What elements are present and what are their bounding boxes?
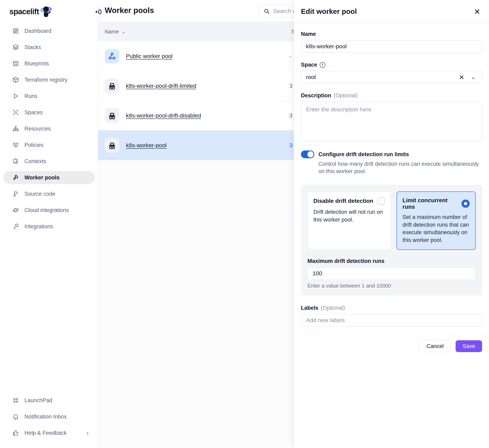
search-icon [264,8,270,14]
sidebar-item-help-feedback[interactable]: Help & Feedback › [3,426,95,440]
info-icon[interactable]: i [320,62,325,68]
drift-option-cards: Disable drift detection Drift detection … [308,192,476,250]
sidebar-item-spaces[interactable]: Spaces [3,106,95,119]
max-drift-runs-field[interactable] [308,267,476,280]
column-header-name[interactable]: Name [105,29,119,35]
sidebar-item-label: Resources [24,126,51,132]
sidebar-item-terraform-registry[interactable]: Terraform registry [3,73,95,86]
clear-selection-icon[interactable]: ✕ [459,73,464,81]
public-worker-pool-icon [105,49,119,64]
space-select-value[interactable] [301,71,482,83]
radio-unchecked-icon[interactable] [377,197,385,205]
worker-pool-link[interactable]: k8s-worker-pool-drift-limited [126,83,196,89]
labels-field[interactable] [301,314,482,327]
sidebar-item-integrations[interactable]: Integrations [3,220,95,233]
description-label: Description (Optional) [301,92,482,99]
spacelift-logo[interactable]: spacelift [0,0,98,17]
sidebar-item-source-code[interactable]: Source code [3,187,95,200]
row-space-value-partial: - [289,53,291,59]
sidebar-item-runs[interactable]: Runs [3,90,95,103]
spaces-icon [12,109,19,116]
drift-limits-toggle[interactable] [301,151,314,158]
sidebar-collapse-button[interactable] [93,6,104,17]
sidebar-item-label: Spaces [24,109,43,116]
name-label: Name [301,31,482,37]
sidebar-item-label: Blueprints [24,60,49,67]
labels-label: Labels (Optional) [301,305,482,311]
bell-icon [12,413,19,420]
sidebar-item-label: Stacks [24,44,41,50]
private-worker-pool-icon [105,79,119,93]
max-drift-runs-label: Maximum drift detection runs [308,258,476,264]
card-description: Drift detection will not run on this wor… [313,208,385,224]
row-space-value-partial: 3 [289,142,293,149]
cloud-integrations-icon [12,207,19,214]
resources-icon [12,125,19,132]
dashboard-icon [12,27,19,34]
drift-toggle-description: Control how many drift detection runs ca… [318,160,481,175]
worker-pools-icon [12,174,19,181]
drift-settings-box: Disable drift detection Drift detection … [301,185,482,296]
worker-pool-link[interactable]: Public worker pool [126,53,172,59]
spacelift-logo-text: spacelift [9,7,39,16]
close-icon[interactable]: ✕ [473,7,482,16]
drift-toggle-label: Configure drift detection run limits [318,150,409,158]
source-code-icon [12,190,19,197]
private-worker-pool-icon [105,138,119,153]
disable-drift-detection-card[interactable]: Disable drift detection Drift detection … [308,192,391,250]
drift-toggle-row: Configure drift detection run limits [301,150,482,158]
toggle-knob [308,151,314,157]
terraform-registry-icon [12,76,19,83]
name-field[interactable] [301,40,482,53]
sidebar-item-notification-inbox[interactable]: Notification Inbox [3,410,95,423]
space-label: Space i [301,62,482,68]
sidebar-item-contexts[interactable]: Contexts [3,155,95,168]
sidebar-item-resources[interactable]: Resources [3,122,95,135]
sidebar-item-label: Cloud integrations [24,207,69,213]
sidebar-item-cloud-integrations[interactable]: Cloud integrations [3,204,95,217]
sidebar-item-worker-pools[interactable]: Worker pools [3,171,95,184]
card-description: Set a maximum number of drift detection … [403,213,470,244]
radio-checked-icon[interactable] [462,200,470,208]
private-worker-pool-icon [105,108,119,123]
thumbs-up-icon [12,430,19,436]
sidebar-item-label: Dashboard [24,28,51,34]
sidebar-item-label: Runs [24,93,37,99]
sidebar-item-policies[interactable]: Policies [3,138,95,152]
chevron-down-icon[interactable]: ⌄ [471,74,475,80]
sidebar-item-stacks[interactable]: Stacks [3,41,95,54]
collapse-sidebar-icon [95,8,102,15]
sidebar-item-label: Terraform registry [24,77,68,83]
card-title: Limit concurrent runs [403,197,459,210]
sidebar-item-label: Contexts [24,158,46,165]
sidebar-item-label: Notification Inbox [24,414,67,420]
cancel-button[interactable]: Cancel [419,340,451,352]
panel-footer: Cancel Save [294,334,489,352]
row-space-value-partial: 3 [289,112,293,119]
sidebar: spacelift Dashboard Sta [0,0,98,448]
save-button[interactable]: Save [456,340,482,352]
sidebar-footer: LaunchPad Notification Inbox Help & Feed… [0,391,98,443]
sidebar-nav: Dashboard Stacks Blueprints Terraform re… [0,24,98,233]
launchpad-icon [12,397,19,404]
integrations-icon [12,223,19,230]
row-space-value-partial: 3 [289,83,293,89]
limit-concurrent-runs-card[interactable]: Limit concurrent runs Set a maximum numb… [397,192,476,250]
sort-chevron-icon[interactable]: ⌄ [122,29,125,34]
sidebar-item-label: Help & Feedback [24,430,67,436]
panel-body: Name Space i ✕ ⌄ Description (Optional) … [294,23,489,327]
description-field[interactable] [301,102,482,141]
sidebar-item-label: Worker pools [24,175,59,181]
sidebar-item-label: Integrations [24,223,53,230]
sidebar-item-launchpad[interactable]: LaunchPad [3,394,95,407]
card-title: Disable drift detection [313,198,373,204]
worker-pool-link[interactable]: k8s-worker-pool-drift-disabled [126,112,201,119]
worker-pool-link[interactable]: k8s-worker-pool [126,142,166,149]
sidebar-item-label: LaunchPad [24,397,52,404]
sidebar-item-label: Policies [24,142,43,148]
contexts-icon [12,158,19,165]
space-select[interactable]: ✕ ⌄ [301,71,482,83]
max-drift-runs-hint: Enter a value between 1 and 10000 [308,283,476,289]
sidebar-item-blueprints[interactable]: Blueprints [3,57,95,70]
sidebar-item-dashboard[interactable]: Dashboard [3,24,95,38]
